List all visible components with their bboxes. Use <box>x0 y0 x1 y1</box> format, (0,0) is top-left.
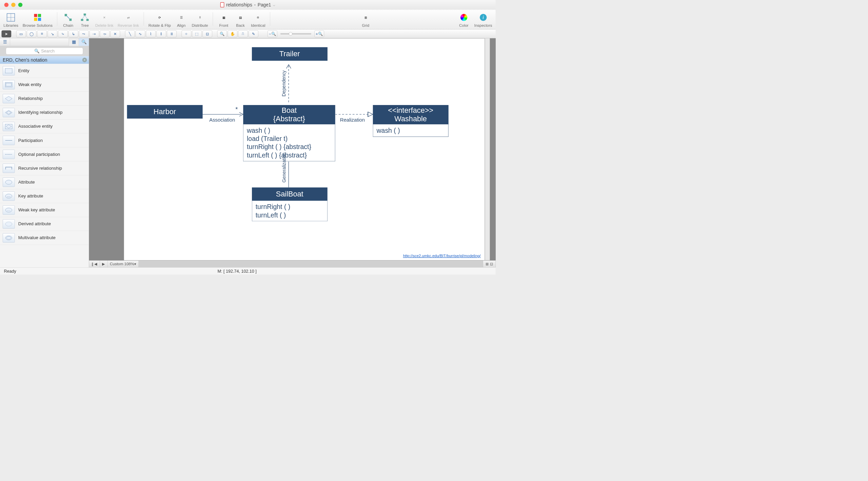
sidebar-list-toggle[interactable]: ☰ <box>0 38 10 46</box>
browse-solutions-button[interactable]: Browse Solutions <box>23 13 53 28</box>
zoom-knob[interactable] <box>289 32 292 36</box>
connector-tool-2[interactable]: ⤷ <box>58 30 68 37</box>
color-button[interactable]: Color <box>458 13 470 28</box>
delete-link-button[interactable]: ✕Delete link <box>95 13 113 28</box>
back-button[interactable]: ▤Back <box>234 13 247 28</box>
sailboat-operations: turnRight ( ) turnLeft ( ) <box>252 201 328 222</box>
library-item-weak-key-attribute[interactable]: Weak key attribute <box>0 203 89 217</box>
rotate-flip-button[interactable]: ⟳Rotate & Flip <box>149 13 171 28</box>
rect-tool[interactable]: ▭ <box>16 30 26 37</box>
sidebar-search-toggle[interactable]: 🔍 <box>79 38 89 46</box>
delete-tool[interactable]: ✕ <box>110 30 120 37</box>
status-bar: Ready M: [ 192.74, 102.10 ] <box>0 267 496 275</box>
library-item-weak-entity[interactable]: Weak entity <box>0 78 89 92</box>
distribute-icon: ⫴ <box>195 13 204 22</box>
optional-participation-thumb-icon <box>3 150 15 159</box>
main-toolbar: Libraries Browse Solutions Chain Tree ✕D… <box>0 10 496 29</box>
line-tool-2[interactable]: ∿ <box>136 30 145 37</box>
library-item-derived-attribute[interactable]: Derived attribute <box>0 217 89 231</box>
page-next[interactable]: ▶ <box>100 260 107 267</box>
zoom-out-button[interactable]: −🔍 <box>268 30 277 37</box>
close-library-button[interactable]: × <box>82 58 87 62</box>
svg-rect-7 <box>65 14 67 16</box>
class-harbor[interactable]: Harbor <box>127 105 203 118</box>
zoom-in-button[interactable]: +🔍 <box>314 30 324 37</box>
svg-line-14 <box>85 16 87 19</box>
tree-button[interactable]: Tree <box>79 13 91 28</box>
library-item-identifying-relationship[interactable]: Identifying relationship <box>0 106 89 120</box>
connector-tool-5[interactable]: ⇢ <box>90 30 99 37</box>
edit-tool-2[interactable]: ⬚ <box>192 30 202 37</box>
view-mode-buttons[interactable]: ⊞ ⊡ <box>483 260 496 267</box>
page-prev[interactable]: ‖ ◀ <box>89 260 100 267</box>
page-bar: ‖ ◀ ▶ Custom 108% ▾ ⊞ ⊡ <box>89 260 496 268</box>
libraries-button[interactable]: Libraries <box>3 13 18 28</box>
class-sailboat[interactable]: SailBoat turnRight ( ) turnLeft ( ) <box>252 187 328 221</box>
label-association: Association <box>209 117 235 123</box>
grid-button[interactable]: ⊞Grid <box>359 13 372 28</box>
line-tool-3[interactable]: ⌇ <box>146 30 156 37</box>
pointer-tool[interactable]: ➤ <box>2 30 12 37</box>
line-tool-4[interactable]: ⫿ <box>156 30 166 37</box>
title-dropdown-icon[interactable]: ⌵ <box>273 2 275 7</box>
relationship-thumb-icon <box>3 94 15 103</box>
ellipse-tool[interactable]: ◯ <box>27 30 37 37</box>
inspectors-button[interactable]: iInspectors <box>474 13 492 28</box>
align-button[interactable]: ☰Align <box>175 13 188 28</box>
shape-toolbar: ➤ ▭ ◯ ≡ ↘ ⤷ ↳ ⤳ ⇢ ⤼ ✕ ╲ ∿ ⌇ ⫿ ⫼ ⟐ ⬚ ⊡ 🔍 … <box>0 29 496 38</box>
zoom-window-button[interactable] <box>18 3 23 7</box>
chain-button[interactable]: Chain <box>62 13 75 28</box>
edit-tool-1[interactable]: ⟐ <box>182 30 192 37</box>
sidebar-grid-view[interactable]: ▦ <box>69 38 79 46</box>
svg-rect-15 <box>5 68 12 73</box>
library-item-recursive-relationship[interactable]: Recursive relationship <box>0 161 89 175</box>
class-trailer[interactable]: Trailer <box>252 47 328 60</box>
library-item-associative-entity[interactable]: Associative entity <box>0 120 89 133</box>
close-window-button[interactable] <box>4 3 9 7</box>
status-ready: Ready <box>4 269 16 274</box>
window-title-doc: relationships <box>226 2 252 7</box>
reverse-link-button[interactable]: ⇄Reverse link <box>118 13 139 28</box>
grid-icon: ⊞ <box>361 13 370 22</box>
class-boat[interactable]: Boat {Abstract} wash ( ) load (Trailer t… <box>243 105 335 161</box>
connector-tool-4[interactable]: ⤳ <box>79 30 89 37</box>
weak-entity-thumb-icon <box>3 80 15 89</box>
interface-washable[interactable]: <<interface>> Washable wash ( ) <box>373 105 449 137</box>
library-item-participation[interactable]: Participation <box>0 133 89 147</box>
connector-tool-6[interactable]: ⤼ <box>100 30 110 37</box>
identifying-relationship-thumb-icon <box>3 108 15 117</box>
text-tool[interactable]: ≡ <box>37 30 47 37</box>
library-item-key-attribute[interactable]: Key attribute <box>0 189 89 203</box>
distribute-button[interactable]: ⫴Distribute <box>192 13 208 28</box>
zoom-tool[interactable]: 🔍 <box>217 30 227 37</box>
svg-rect-5 <box>34 18 37 21</box>
boat-operations: wash ( ) load (Trailer t) turnRight ( ) … <box>243 124 335 161</box>
library-header[interactable]: ERD, Chen's notation × <box>0 56 89 64</box>
eyedrop-tool[interactable]: ✎ <box>249 30 258 37</box>
horizontal-scrollbar[interactable] <box>139 260 483 267</box>
library-item-optional-participation[interactable]: Optional participation <box>0 147 89 161</box>
vertical-scrollbar[interactable] <box>485 38 490 260</box>
identical-button[interactable]: ⧈Identical <box>251 13 265 28</box>
svg-rect-6 <box>38 18 41 21</box>
zoom-slider[interactable] <box>280 33 311 34</box>
library-item-multivalue-attribute[interactable]: Multivalue attribute <box>0 231 89 245</box>
pan-tool[interactable]: ✋ <box>228 30 237 37</box>
library-item-attribute[interactable]: Attribute <box>0 175 89 189</box>
line-tool-5[interactable]: ⫼ <box>167 30 177 37</box>
diagram-canvas[interactable]: Trailer Harbor Boat {Abstract} wash ( ) … <box>124 38 485 260</box>
connector-tool-1[interactable]: ↘ <box>47 30 57 37</box>
edit-tool-3[interactable]: ⊡ <box>202 30 212 37</box>
connector-tool-3[interactable]: ↳ <box>68 30 78 37</box>
library-item-entity[interactable]: Entity <box>0 64 89 78</box>
diagram-hyperlink[interactable]: http://sce2.umkc.edu/BIT/burrise/pl/mode… <box>403 254 481 258</box>
svg-point-30 <box>5 222 12 226</box>
minimize-window-button[interactable] <box>11 3 16 7</box>
library-item-relationship[interactable]: Relationship <box>0 92 89 106</box>
front-button[interactable]: ▦Front <box>218 13 230 28</box>
zoom-level[interactable]: Custom 108% ▾ <box>107 260 139 267</box>
search-input[interactable]: 🔍 Search <box>6 47 83 55</box>
key-attribute-thumb-icon <box>3 191 15 201</box>
line-tool-1[interactable]: ╲ <box>125 30 135 37</box>
stamp-tool[interactable]: ⎍ <box>238 30 248 37</box>
